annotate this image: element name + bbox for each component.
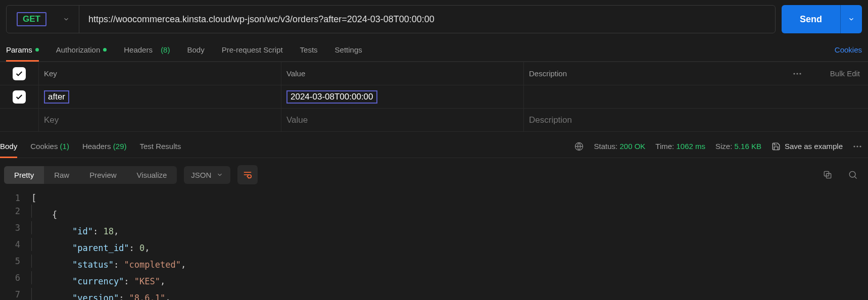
svg-line-11	[855, 177, 857, 179]
line-number: 7	[0, 288, 31, 300]
line-content: {	[31, 205, 57, 221]
line-number: 4	[0, 238, 31, 255]
tab-params-label: Params	[6, 45, 32, 54]
url-container: GET	[6, 5, 776, 33]
line-content: "status": "completed",	[31, 255, 186, 271]
params-table: Key Value Description Bulk Edit after 20…	[0, 62, 868, 132]
new-key-input[interactable]	[44, 115, 276, 125]
param-key[interactable]: after	[44, 90, 69, 104]
resp-tab-cookies-label: Cookies	[30, 142, 58, 151]
svg-point-0	[793, 73, 795, 74]
response-more-button[interactable]	[853, 145, 862, 148]
request-tabs: Params Authorization Headers (8) Body Pr…	[0, 38, 868, 62]
line-number: 2	[0, 205, 31, 221]
chevron-down-icon	[848, 16, 855, 23]
params-new-row	[0, 109, 868, 132]
wrap-lines-button[interactable]	[237, 165, 258, 184]
view-visualize[interactable]: Visualize	[127, 166, 177, 184]
svg-point-2	[799, 73, 801, 74]
globe-icon	[574, 141, 584, 152]
json-line: 1[	[0, 191, 868, 205]
view-mode-segmented: Pretty Raw Preview Visualize	[4, 166, 177, 184]
method-badge: GET	[17, 12, 46, 26]
save-as-example[interactable]: Save as example	[771, 142, 843, 151]
json-line: 4"parent_id": 0,	[0, 238, 868, 255]
cookies-count: (1)	[60, 142, 69, 151]
select-all-checkbox[interactable]	[13, 67, 26, 80]
svg-point-10	[849, 171, 855, 177]
size-label: Size:	[715, 142, 732, 151]
request-bar: GET Send	[0, 0, 868, 38]
svg-point-6	[859, 145, 861, 147]
url-input[interactable]	[79, 6, 775, 33]
resp-tab-cookies[interactable]: Cookies (1)	[30, 135, 69, 158]
format-dropdown[interactable]: JSON	[184, 166, 230, 184]
line-content: "currency": "KES",	[31, 271, 165, 288]
line-number: 1	[0, 191, 31, 205]
save-example-label: Save as example	[785, 142, 843, 151]
tab-authorization[interactable]: Authorization	[56, 38, 107, 61]
send-dropdown-button[interactable]	[840, 5, 862, 33]
svg-point-4	[853, 145, 855, 147]
params-header-row: Key Value Description Bulk Edit	[0, 62, 868, 85]
tab-authorization-label: Authorization	[56, 45, 101, 54]
line-content: [	[31, 191, 36, 205]
svg-point-1	[796, 73, 798, 74]
tab-body[interactable]: Body	[187, 38, 204, 61]
resp-tab-test-results[interactable]: Test Results	[139, 135, 181, 158]
headers-count: (8)	[161, 45, 170, 54]
param-value[interactable]: 2024-03-08T00:00:00	[286, 90, 377, 104]
json-line: 2{	[0, 205, 868, 221]
status-value: 200 OK	[619, 142, 645, 151]
chevron-down-icon	[63, 16, 70, 23]
tab-tests[interactable]: Tests	[300, 38, 318, 61]
view-raw[interactable]: Raw	[44, 166, 79, 184]
line-content: "id": 18,	[31, 221, 119, 238]
time-value: 1062 ms	[676, 142, 705, 151]
check-icon	[15, 93, 23, 101]
send-button[interactable]: Send	[782, 5, 840, 33]
response-body[interactable]: 1[2{3"id": 18,4"parent_id": 0,5"status":…	[0, 191, 868, 300]
json-line: 3"id": 18,	[0, 221, 868, 238]
header-description: Description	[523, 62, 782, 85]
header-key: Key	[38, 62, 281, 85]
resp-headers-count: (29)	[113, 142, 127, 151]
cookies-link[interactable]: Cookies	[835, 38, 862, 61]
modified-dot-icon	[103, 48, 107, 52]
tab-headers-label: Headers	[124, 45, 153, 54]
size-value: 5.16 KB	[735, 142, 761, 151]
copy-icon	[823, 170, 833, 180]
resp-tab-headers[interactable]: Headers (29)	[82, 135, 127, 158]
line-number: 6	[0, 271, 31, 288]
modified-dot-icon	[35, 48, 39, 52]
new-value-input[interactable]	[286, 115, 518, 125]
param-description[interactable]	[523, 85, 782, 108]
search-icon	[848, 170, 858, 180]
new-description-input[interactable]	[529, 115, 777, 125]
view-preview[interactable]: Preview	[79, 166, 126, 184]
tab-headers[interactable]: Headers (8)	[124, 38, 170, 61]
view-pretty[interactable]: Pretty	[4, 166, 44, 184]
tab-pre-request-script[interactable]: Pre-request Script	[222, 38, 283, 61]
chevron-down-icon	[216, 171, 223, 178]
line-content: "version": "8.6.1",	[31, 288, 171, 300]
line-content: "parent_id": 0,	[31, 238, 150, 255]
svg-point-5	[856, 145, 858, 147]
copy-button[interactable]	[818, 170, 837, 180]
send-button-group: Send	[782, 5, 862, 33]
method-dropdown[interactable]: GET	[7, 6, 79, 33]
json-line: 6"currency": "KES",	[0, 271, 868, 288]
line-number: 5	[0, 255, 31, 271]
search-button[interactable]	[844, 170, 862, 180]
params-row: after 2024-03-08T00:00:00	[0, 85, 868, 109]
bulk-edit-link[interactable]: Bulk Edit	[812, 69, 868, 78]
tab-params[interactable]: Params	[6, 38, 39, 61]
tab-settings[interactable]: Settings	[335, 38, 362, 61]
row-checkbox[interactable]	[13, 90, 26, 104]
row-actions[interactable]	[782, 72, 812, 75]
time-label: Time:	[655, 142, 674, 151]
response-tabs: Body Cookies (1) Headers (29) Test Resul…	[0, 135, 868, 158]
json-line: 7"version": "8.6.1",	[0, 288, 868, 300]
resp-tab-body[interactable]: Body	[0, 135, 17, 158]
save-icon	[771, 142, 781, 151]
